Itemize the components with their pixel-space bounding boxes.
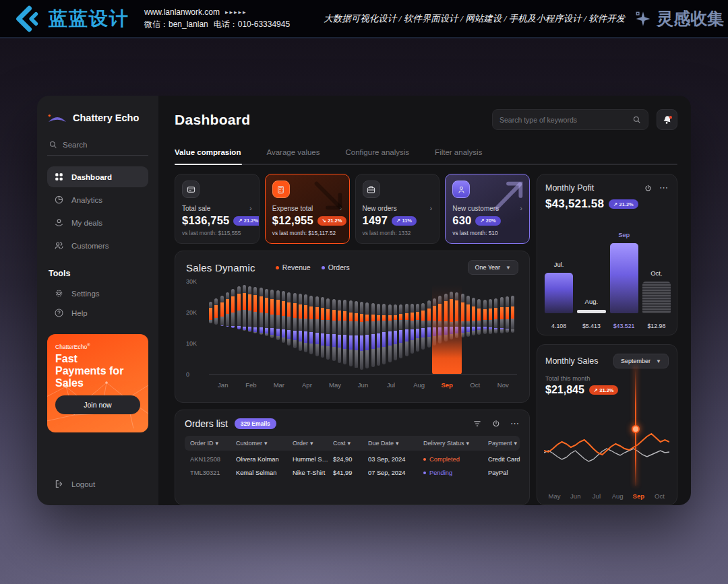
page-background: Chattery Echo DashboardAnalyticsMy deals… — [0, 38, 728, 584]
logout-button[interactable]: Logout — [47, 475, 148, 493]
sidebar-search-input[interactable] — [63, 141, 137, 149]
waveform-segment-gray — [253, 287, 257, 296]
chevron-right-icon[interactable]: › — [249, 204, 252, 212]
export-icon[interactable] — [491, 419, 501, 428]
tab-avarage-values[interactable]: Avarage values — [266, 148, 320, 156]
search-icon — [632, 115, 641, 124]
more-icon[interactable]: ⋯ — [510, 422, 520, 426]
waveform-segment-orange — [270, 299, 274, 315]
monthly-sales-value: $21,845 — [545, 384, 584, 396]
waveform-segment-gray — [494, 329, 497, 333]
header-search-input[interactable] — [499, 116, 627, 124]
waveform-segment-gray — [293, 293, 297, 304]
waveform-segment-gray — [315, 319, 319, 333]
waveform-segment-orange — [309, 306, 313, 319]
sales-dynamic-title: Sales Dynamic — [186, 262, 255, 273]
profit-bar — [610, 243, 638, 313]
highlight-column-sep — [432, 284, 462, 375]
waveform-segment-gray — [371, 303, 375, 315]
join-now-button[interactable]: Join now — [55, 395, 140, 414]
month-select[interactable]: September▼ — [613, 354, 669, 368]
column-header-order[interactable]: Order▾ — [293, 440, 333, 447]
emails-badge: 329 Emails — [235, 418, 276, 429]
chevron-right-icon[interactable]: › — [340, 204, 342, 212]
waveform-segment-gray — [214, 318, 218, 324]
order-id: AKN12508 — [190, 456, 236, 463]
column-header-customer[interactable]: Customer▾ — [236, 440, 293, 447]
waveform-segment-gray — [494, 319, 497, 327]
waveform-segment-gray — [321, 320, 324, 333]
stat-card-value-row: 1497↗ 11% — [363, 214, 433, 227]
sidebar-item-customers[interactable]: Customers — [47, 235, 148, 256]
profit-bar-month-label: Aug. — [577, 298, 605, 305]
customer: Olivera Kolman — [236, 456, 293, 463]
chevron-right-icon[interactable]: › — [430, 204, 433, 212]
range-select[interactable]: One Year▼ — [468, 260, 518, 275]
waveform-segment-orange — [382, 315, 386, 321]
chevron-down-icon: ▾ — [396, 440, 399, 447]
waveform-segment-purple — [253, 327, 257, 332]
waveform-segment-gray — [276, 290, 280, 300]
waveform-segment-purple — [349, 335, 353, 350]
sidebar-item-help[interactable]: Help — [47, 304, 148, 322]
waveform-bar — [321, 297, 324, 358]
sidebar-item-analytics[interactable]: Analytics — [47, 189, 148, 210]
column-header-delivery-status[interactable]: Delivery Status▾ — [423, 440, 488, 447]
stat-card-new-customers[interactable]: New customers›630↗ 20%vs last month: 510 — [445, 174, 530, 244]
waveform-segment-orange — [237, 294, 241, 311]
sidebar-item-my-deals[interactable]: My deals — [47, 212, 148, 233]
export-icon[interactable] — [644, 184, 653, 193]
table-row[interactable]: TML30321Kemal SelmanNike T-Shirt$41,9907… — [185, 464, 520, 478]
profit-bar-column-oct: Oct. — [642, 238, 671, 313]
waveform-bar — [382, 304, 386, 364]
x-axis-month-jun: Jun — [349, 381, 377, 389]
main-content: Dashboard Value comprasionAvarage values… — [158, 96, 691, 505]
waveform-bar — [466, 296, 470, 337]
column-header-cost[interactable]: Cost▾ — [333, 440, 368, 447]
waveform-segment-gray — [472, 331, 475, 335]
waveform-segment-gray — [343, 321, 346, 335]
waveform-segment-gray — [237, 311, 241, 327]
stat-card-new-orders[interactable]: New orders›1497↗ 11%vs last month: 1332 — [355, 174, 440, 244]
inspiration-collect: 灵感收集 — [634, 7, 724, 30]
column-header-due-date[interactable]: Due Date▾ — [368, 440, 423, 447]
more-icon[interactable]: ⋯ — [659, 186, 669, 190]
header-search[interactable] — [492, 109, 648, 130]
waveform-segment-gray — [260, 333, 263, 335]
promo-title: Fast Payments for Sales — [55, 353, 140, 389]
total-this-month-label: Total this month — [545, 375, 669, 382]
order: Hummel S… — [293, 456, 333, 463]
waveform-segment-orange — [315, 307, 319, 319]
sidebar-item-dashboard[interactable]: Dashboard — [47, 166, 148, 187]
waveform-segment-orange — [304, 305, 307, 319]
waveform-bar — [477, 299, 481, 335]
waveform-segment-purple — [276, 329, 280, 336]
column-header-order-id[interactable]: Order ID▾ — [190, 440, 236, 447]
waveform-segment-gray — [388, 346, 392, 363]
notifications-button[interactable] — [657, 109, 677, 130]
waveform-segment-purple — [394, 331, 397, 344]
waveform-segment-purple — [355, 335, 358, 350]
waveform-segment-purple — [399, 330, 402, 343]
sidebar-search[interactable] — [47, 140, 148, 156]
waveform-segment-orange — [299, 304, 302, 319]
tab-configure-analysis[interactable]: Configure analysis — [346, 148, 410, 156]
waveform-segment-purple — [231, 326, 235, 328]
tab-filter-analysis[interactable]: Filter analysis — [435, 148, 482, 156]
waveform-bar — [416, 304, 419, 352]
column-header-payment[interactable]: Payment▾ — [488, 440, 526, 447]
app-brand: Chattery Echo — [47, 112, 148, 124]
stat-card-expense-total[interactable]: Expense total›$12,955↘ 21.2%vs last mont… — [265, 174, 350, 244]
table-row[interactable]: AKN12508Olivera KolmanHummel S…$24,9003 … — [185, 451, 520, 464]
waveform-segment-gray — [394, 320, 397, 331]
waveform-segment-gray — [506, 329, 509, 333]
sidebar-item-settings[interactable]: Settings — [47, 284, 148, 302]
waveform-bar — [355, 301, 358, 368]
chevron-right-icon[interactable]: › — [520, 204, 522, 212]
stat-card-total-sale[interactable]: Total sale›$136,755↗ 21.2%vs last month:… — [175, 174, 260, 244]
tab-value-comprasion[interactable]: Value comprasion — [175, 148, 241, 156]
waveform-segment-purple — [382, 332, 386, 346]
filter-icon[interactable] — [473, 419, 482, 428]
monthly-sales-months: MayJunJulAugSepOct — [544, 492, 670, 500]
waveform-segment-gray — [276, 315, 280, 329]
